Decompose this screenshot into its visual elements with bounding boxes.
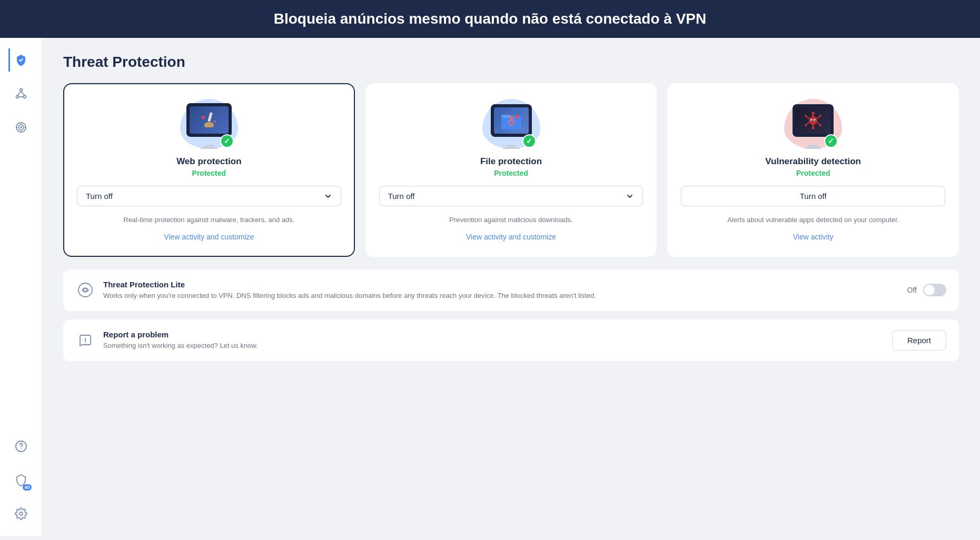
threat-lite-icon [76, 281, 95, 299]
file-protection-check: ✓ [522, 134, 536, 148]
svg-point-42 [811, 120, 813, 121]
report-description: Something isn't working as expected? Let… [103, 341, 884, 351]
svg-point-44 [78, 283, 92, 297]
sidebar: 40 [0, 38, 42, 536]
file-protection-card: ✓ File protection Protected Turn off Pre… [365, 83, 657, 257]
report-text: Report a problem Something isn't working… [103, 330, 884, 351]
chevron-down-icon [324, 192, 332, 201]
svg-line-29 [817, 116, 820, 118]
sidebar-item-settings[interactable] [9, 502, 33, 525]
svg-line-33 [806, 116, 809, 118]
threat-lite-toggle-area: Off [907, 284, 946, 296]
svg-line-4 [21, 92, 25, 96]
report-icon [76, 331, 95, 350]
vulnerability-detection-illustration: ✓ [784, 99, 842, 149]
web-protection-card: ✓ Web protection Protected Turn off Real… [63, 83, 355, 257]
sidebar-item-target[interactable] [9, 116, 33, 139]
vulnerability-detection-card: ✓ Vulnerability detection Protected Turn… [667, 83, 959, 257]
web-protection-illustration: ✓ [180, 99, 238, 149]
svg-point-20 [214, 121, 216, 123]
svg-point-38 [805, 124, 807, 126]
report-title: Report a problem [103, 330, 884, 339]
protection-cards: ✓ Web protection Protected Turn off Real… [63, 83, 959, 257]
svg-rect-22 [501, 115, 511, 118]
svg-point-34 [812, 112, 815, 115]
web-protection-check: ✓ [220, 134, 234, 148]
svg-point-15 [19, 512, 23, 515]
file-protection-illustration: ✓ [482, 99, 540, 149]
file-protection-description: Prevention against malicious downloads. [449, 215, 573, 225]
sidebar-item-help[interactable] [9, 435, 33, 458]
svg-point-37 [812, 127, 815, 129]
svg-point-35 [819, 115, 821, 117]
file-protection-dropdown[interactable]: Turn off [379, 186, 644, 206]
svg-point-0 [19, 89, 22, 92]
threat-protection-lite-section: Threat Protection Lite Works only when y… [63, 269, 959, 311]
top-banner: Bloqueia anúncios mesmo quando não está … [0, 0, 980, 38]
svg-point-26 [516, 115, 519, 118]
page-title: Threat Protection [63, 54, 959, 71]
svg-rect-16 [207, 112, 212, 122]
report-button-area: Report [892, 330, 946, 351]
web-protection-dropdown[interactable]: Turn off [77, 186, 341, 206]
file-protection-link[interactable]: View activity and customize [466, 233, 556, 241]
svg-point-47 [85, 342, 86, 343]
file-protection-dropdown-label: Turn off [388, 192, 415, 201]
svg-line-32 [806, 123, 809, 125]
sidebar-item-network[interactable] [9, 82, 33, 105]
web-protection-name: Web protection [176, 156, 241, 167]
banner-text: Bloqueia anúncios mesmo quando não está … [274, 11, 707, 27]
chevron-down-icon [626, 192, 634, 201]
vulnerability-dropdown-label: Turn off [800, 192, 827, 201]
vulnerability-check: ✓ [824, 134, 838, 148]
svg-line-30 [817, 123, 820, 125]
vulnerability-name: Vulnerability detection [765, 156, 861, 167]
shield-badge: 40 [23, 484, 31, 491]
vulnerability-link[interactable]: View activity [793, 233, 834, 241]
report-problem-section: Report a problem Something isn't working… [63, 319, 959, 361]
threat-lite-text: Threat Protection Lite Works only when y… [103, 280, 899, 301]
threat-lite-toggle[interactable] [923, 284, 946, 296]
svg-point-39 [805, 115, 807, 117]
svg-point-45 [84, 288, 87, 292]
report-button[interactable]: Report [892, 330, 946, 351]
svg-point-1 [16, 96, 18, 98]
svg-point-14 [21, 448, 22, 449]
threat-lite-title: Threat Protection Lite [103, 280, 899, 289]
web-protection-link[interactable]: View activity and customize [164, 233, 254, 241]
svg-point-2 [23, 96, 26, 98]
threat-lite-toggle-label: Off [907, 286, 917, 294]
svg-point-36 [819, 124, 821, 126]
content-area: Threat Protection [42, 38, 980, 536]
file-protection-name: File protection [480, 156, 542, 167]
svg-line-3 [17, 92, 21, 96]
vulnerability-description: Alerts about vulnerable apps detected on… [727, 215, 899, 225]
threat-lite-description: Works only when you're connected to VPN.… [103, 291, 899, 301]
sidebar-item-shield-badge[interactable]: 40 [9, 468, 33, 492]
web-protection-description: Real-time protection against malware, tr… [123, 215, 294, 225]
vulnerability-status: Protected [796, 169, 830, 177]
web-protection-status: Protected [192, 169, 226, 177]
svg-rect-18 [204, 123, 214, 127]
svg-point-19 [202, 116, 205, 119]
svg-point-27 [809, 116, 817, 125]
app-container: 40 Threat Protection [0, 38, 980, 536]
web-protection-dropdown-label: Turn off [86, 192, 113, 201]
vulnerability-dropdown[interactable]: Turn off [681, 186, 945, 206]
sidebar-item-shield[interactable] [8, 48, 32, 72]
file-protection-status: Protected [494, 169, 528, 177]
svg-point-43 [815, 120, 816, 121]
svg-point-8 [20, 126, 22, 128]
